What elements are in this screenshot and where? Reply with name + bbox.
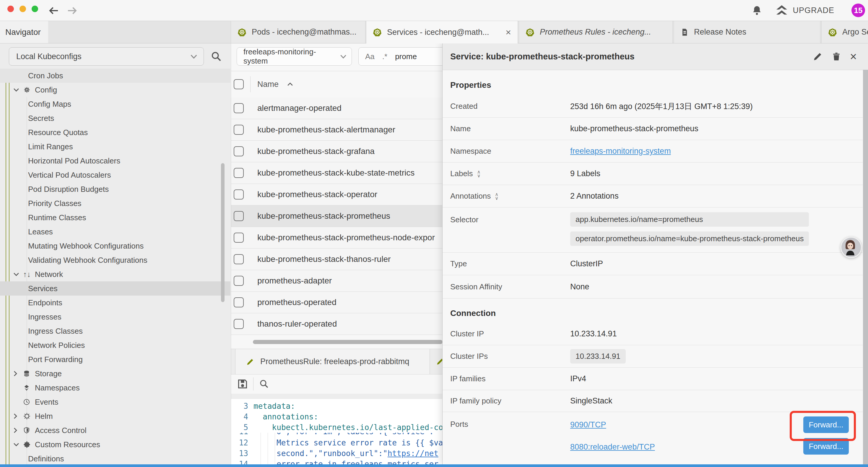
sidebar-group-network[interactable]: ↑↓ Network bbox=[0, 267, 230, 282]
sidebar-search-icon[interactable] bbox=[210, 51, 222, 62]
namespace-link[interactable]: freeleaps-monitoring-system bbox=[570, 147, 671, 156]
sidebar-item-services[interactable]: Services bbox=[0, 282, 230, 296]
table-row[interactable]: kube-prometheus-stack-thanos-ruler bbox=[231, 249, 442, 270]
sidebar-group-access-control[interactable]: Access Control bbox=[0, 423, 230, 437]
notifications-bell-icon[interactable] bbox=[751, 5, 763, 16]
table-row[interactable]: thanos-ruler-operated bbox=[231, 313, 442, 335]
sidebar-item-pod-disruption-budgets[interactable]: Pod Disruption Budgets bbox=[0, 182, 230, 196]
row-checkbox[interactable] bbox=[234, 276, 244, 286]
row-checkbox[interactable] bbox=[234, 254, 244, 264]
sidebar-item-priority-classes[interactable]: Priority Classes bbox=[0, 196, 230, 210]
sidebar-item-definitions[interactable]: Definitions bbox=[0, 451, 230, 464]
expand-toggle-icon[interactable]: ∧∨ bbox=[477, 170, 481, 178]
window-close-button[interactable] bbox=[7, 6, 14, 12]
sidebar-item-port-forwarding[interactable]: Port Forwarding bbox=[0, 352, 230, 367]
tab-prometheus-rules[interactable]: Prometheus Rules - icecheng... bbox=[519, 21, 673, 43]
row-checkbox[interactable] bbox=[234, 189, 244, 200]
notification-count-badge[interactable]: 15 bbox=[851, 4, 865, 17]
select-all-checkbox[interactable] bbox=[234, 79, 244, 89]
sidebar-item-namespaces[interactable]: Namespaces bbox=[0, 381, 230, 395]
sidebar-group-helm[interactable]: Helm bbox=[0, 409, 230, 423]
row-checkbox[interactable] bbox=[234, 211, 244, 221]
table-row[interactable]: kube-prometheus-stack-alertmanager bbox=[231, 119, 442, 141]
tab-release-notes[interactable]: Release Notes bbox=[674, 21, 820, 43]
sidebar-item-secrets[interactable]: Secrets bbox=[0, 111, 230, 125]
property-label: Created bbox=[442, 102, 570, 111]
forward-arrow-icon[interactable] bbox=[66, 4, 79, 17]
sidebar-scrollbar[interactable] bbox=[221, 163, 224, 302]
row-checkbox[interactable] bbox=[234, 297, 244, 308]
port-link[interactable]: 9090/TCP bbox=[570, 420, 655, 430]
cluster-ip-chip[interactable]: 10.233.14.91 bbox=[570, 349, 626, 363]
list-search-input[interactable]: Aa .* prome bbox=[359, 47, 442, 66]
table-row[interactable]: kube-prometheus-stack-operator bbox=[231, 184, 442, 205]
name-column-header[interactable]: Name bbox=[257, 80, 279, 89]
assistant-avatar[interactable] bbox=[840, 237, 862, 258]
upgrade-chevrons-icon[interactable] bbox=[775, 4, 788, 17]
window-zoom-button[interactable] bbox=[32, 6, 38, 12]
row-checkbox[interactable] bbox=[234, 319, 244, 329]
port-link[interactable]: 8080:reloader-web/TCP bbox=[570, 442, 655, 451]
upgrade-button[interactable]: UPGRADE bbox=[793, 6, 834, 15]
expand-toggle-icon[interactable]: ∧∨ bbox=[495, 193, 498, 200]
window-minimize-button[interactable] bbox=[20, 6, 26, 12]
sidebar-group-storage[interactable]: Storage bbox=[0, 367, 230, 381]
table-row[interactable]: alertmanager-operated bbox=[231, 97, 442, 119]
tab-services[interactable]: Services - icecheng@math... × bbox=[366, 21, 518, 43]
selector-chip[interactable]: operator.prometheus.io/name=kube-prometh… bbox=[570, 231, 809, 246]
property-row-namespace: Namespace freeleaps-monitoring-system bbox=[442, 140, 863, 163]
sidebar-group-config[interactable]: Config bbox=[0, 83, 230, 97]
table-row[interactable]: kube-prometheus-stack-grafana bbox=[231, 141, 442, 162]
edit-pencil-icon[interactable] bbox=[813, 52, 823, 61]
horizontal-scrollbar[interactable] bbox=[253, 340, 442, 344]
sidebar-item-ingresses[interactable]: Ingresses bbox=[0, 310, 230, 324]
sidebar-item-network-policies[interactable]: Network Policies bbox=[0, 338, 230, 352]
drawer-scrollbar[interactable] bbox=[863, 70, 868, 464]
row-checkbox[interactable] bbox=[234, 168, 244, 178]
back-arrow-icon[interactable] bbox=[47, 4, 60, 17]
navigator-panel-tab[interactable]: Navigator bbox=[0, 21, 48, 43]
code-link[interactable]: https://net bbox=[388, 449, 438, 458]
regex-icon[interactable]: .* bbox=[382, 52, 387, 61]
namespace-select[interactable]: freeleaps-monitoring-system bbox=[237, 47, 352, 66]
editor-tab-partial-pencil-icon[interactable] bbox=[436, 357, 442, 366]
tab-pods[interactable]: Pods - icecheng@mathmas... bbox=[231, 21, 366, 43]
table-row-selected[interactable]: kube-prometheus-stack-prometheus bbox=[231, 205, 442, 227]
sidebar-group-custom-resources[interactable]: Custom Resources bbox=[0, 437, 230, 451]
sidebar-item-ingress-classes[interactable]: Ingress Classes bbox=[0, 324, 230, 338]
sidebar-item-config-maps[interactable]: Config Maps bbox=[0, 97, 230, 111]
sidebar-item-events[interactable]: Events bbox=[0, 395, 230, 409]
sidebar-item-endpoints[interactable]: Endpoints bbox=[0, 296, 230, 310]
row-checkbox[interactable] bbox=[234, 103, 244, 113]
row-checkbox[interactable] bbox=[234, 146, 244, 156]
sort-ascending-icon[interactable] bbox=[287, 82, 293, 86]
kubeconfig-select[interactable]: Local Kubeconfigs bbox=[9, 47, 204, 66]
sidebar-item-runtime-classes[interactable]: Runtime Classes bbox=[0, 210, 230, 225]
delete-trash-icon[interactable] bbox=[832, 52, 841, 61]
sidebar-item-validating-webhook-configurations[interactable]: Validating Webhook Configurations bbox=[0, 253, 230, 267]
table-row[interactable]: prometheus-adapter bbox=[231, 270, 442, 292]
property-row-annotations: Annotations∧∨ 2 Annotations bbox=[442, 185, 863, 207]
editor-search-icon[interactable] bbox=[259, 379, 270, 389]
row-checkbox[interactable] bbox=[234, 233, 244, 243]
yaml-editor[interactable]: 3metadata: 4 annotations: 5 kubectl.kube… bbox=[231, 399, 442, 464]
sidebar-item-limit-ranges[interactable]: Limit Ranges bbox=[0, 140, 230, 154]
row-checkbox[interactable] bbox=[234, 125, 244, 135]
sidebar-item-vertical-pod-autoscalers[interactable]: Vertical Pod Autoscalers bbox=[0, 168, 230, 182]
table-row[interactable]: prometheus-operated bbox=[231, 292, 442, 313]
sidebar-item-horizontal-pod-autoscalers[interactable]: Horizontal Pod Autoscalers bbox=[0, 154, 230, 168]
sidebar-item-leases[interactable]: Leases bbox=[0, 225, 230, 239]
tab-close-icon[interactable]: × bbox=[501, 27, 511, 38]
selector-chip[interactable]: app.kubernetes.io/name=prometheus bbox=[570, 212, 809, 227]
tree-label: Ingress Classes bbox=[28, 327, 83, 336]
editor-tab-prometheusrule[interactable]: PrometheusRule: freeleaps-prod-rabbitmq bbox=[235, 349, 430, 374]
save-icon[interactable] bbox=[237, 378, 248, 390]
close-icon[interactable]: × bbox=[850, 50, 857, 63]
table-row[interactable]: kube-prometheus-stack-prometheus-node-ex… bbox=[231, 227, 442, 249]
sidebar-item-resource-quotas[interactable]: Resource Quotas bbox=[0, 125, 230, 140]
sidebar-item-cron-jobs[interactable]: Cron Jobs bbox=[0, 68, 230, 83]
match-case-icon[interactable]: Aa bbox=[365, 52, 375, 61]
table-row[interactable]: kube-prometheus-stack-kube-state-metrics bbox=[231, 162, 442, 184]
tab-argo[interactable]: Argo Se bbox=[821, 21, 868, 43]
sidebar-item-mutating-webhook-configurations[interactable]: Mutating Webhook Configurations bbox=[0, 239, 230, 253]
